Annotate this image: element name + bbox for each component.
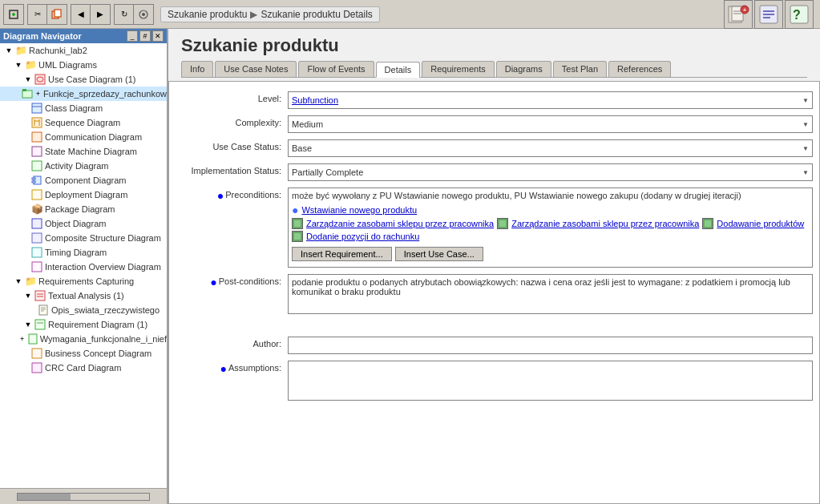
svg-rect-30 bbox=[32, 147, 42, 156]
tree-item-state[interactable]: State Machine Diagram bbox=[0, 144, 167, 159]
svg-rect-53 bbox=[499, 220, 507, 228]
breadcrumb-item-2[interactable]: Szukanie produktu Details bbox=[261, 9, 372, 20]
insert-requirement-btn[interactable]: Insert Requirement... bbox=[292, 247, 392, 261]
precond-link-5[interactable]: Dodanie pozycji do rachunku bbox=[306, 232, 419, 241]
tree-item-uml[interactable]: ▼ 📁 UML Diagrams bbox=[0, 58, 167, 72]
breadcrumb-item-1[interactable]: Szukanie produktu bbox=[168, 9, 247, 20]
tree-interaction-label: Interaction Overview Diagram bbox=[45, 262, 161, 272]
tab-flow-of-events[interactable]: Flow of Events bbox=[298, 61, 374, 77]
precond-link-4[interactable]: Dodawanie produktów bbox=[717, 219, 804, 228]
tree-item-class[interactable]: Class Diagram bbox=[0, 101, 167, 115]
sidebar-content[interactable]: ▼ 📁 Rachunki_lab2 ▼ 📁 UML Diagrams ▼ Use… bbox=[0, 43, 167, 488]
sidebar-minimize-btn[interactable]: _ bbox=[127, 30, 138, 42]
tree-item-sequence[interactable]: Sequence Diagram bbox=[0, 115, 167, 130]
tab-info[interactable]: Info bbox=[181, 61, 213, 77]
tree-item-communication[interactable]: Communication Diagram bbox=[0, 130, 167, 144]
toolbar-btn-forward[interactable]: ▶ bbox=[91, 5, 110, 24]
level-dropdown[interactable]: Subfunction ▼ bbox=[288, 91, 813, 109]
insert-use-case-btn[interactable]: Insert Use Case... bbox=[395, 247, 483, 261]
tree-usecase-expand[interactable]: ▼ bbox=[22, 74, 34, 85]
precond-link-1[interactable]: Wstawianie nowego produktu bbox=[301, 205, 417, 215]
tree-item-package[interactable]: 📦 Package Diagram bbox=[0, 202, 167, 216]
assumptions-content[interactable] bbox=[288, 361, 813, 401]
tab-diagrams[interactable]: Diagrams bbox=[496, 61, 551, 77]
tree-cst-expand[interactable] bbox=[22, 232, 30, 244]
tree-crc-expand[interactable] bbox=[22, 362, 30, 373]
author-input[interactable] bbox=[288, 337, 813, 354]
tree-item-timing[interactable]: Timing Diagram bbox=[0, 245, 167, 260]
tree-item-wymagania[interactable]: + Wymagania_funkcjonalne_i_nief bbox=[0, 332, 167, 346]
use-case-status-dropdown[interactable]: Base ▼ bbox=[288, 139, 813, 157]
sidebar-close-btn[interactable]: ✕ bbox=[152, 30, 164, 42]
tree-reqdiag-label: Requirement Diagram (1) bbox=[48, 320, 147, 329]
complexity-row: Complexity: Medium ▼ bbox=[169, 112, 819, 136]
tree-pkg-expand[interactable] bbox=[22, 204, 30, 215]
tree-item-reqdiag[interactable]: ▼ Requirement Diagram (1) bbox=[0, 317, 167, 332]
postconditions-text: podanie produktu o podanych atrybutach o… bbox=[292, 277, 809, 296]
tree-root-expand[interactable]: ▼ bbox=[3, 45, 14, 56]
toolbar-btn-refresh[interactable]: ↻ bbox=[115, 5, 134, 24]
toolbar-btn-options[interactable] bbox=[134, 5, 153, 24]
postconditions-content[interactable]: podanie produktu o podanych atrybutach o… bbox=[288, 274, 813, 314]
impl-status-dropdown[interactable]: Partially Complete ▼ bbox=[288, 163, 813, 181]
tree-req-expand[interactable]: ▼ bbox=[13, 276, 24, 287]
sidebar-dock-btn[interactable]: # bbox=[139, 30, 151, 42]
class-icon bbox=[30, 102, 43, 115]
toolbar-btn-1[interactable] bbox=[4, 5, 23, 24]
tree-item-interaction[interactable]: Interaction Overview Diagram bbox=[0, 260, 167, 274]
tree-item-business[interactable]: Business Concept Diagram bbox=[0, 346, 167, 361]
object-icon bbox=[30, 217, 43, 230]
tree-act-expand[interactable] bbox=[22, 160, 30, 171]
toolbar-btn-cut[interactable]: ✂ bbox=[28, 5, 47, 24]
package-icon: 📦 bbox=[30, 203, 43, 216]
tree-uml-expand[interactable]: ▼ bbox=[13, 59, 24, 71]
top-icon-btn-3[interactable]: ? bbox=[785, 0, 814, 29]
tree-item-crc[interactable]: CRC Card Diagram bbox=[0, 361, 167, 375]
level-arrow: ▼ bbox=[802, 97, 809, 104]
tree-root[interactable]: ▼ 📁 Rachunki_lab2 bbox=[0, 43, 167, 58]
tree-item-opis[interactable]: Opis_swiata_rzeczywistego bbox=[0, 303, 167, 317]
tree-package-label: Package Diagram bbox=[45, 204, 115, 214]
tree-obj-expand[interactable] bbox=[22, 218, 30, 229]
communication-icon bbox=[30, 131, 43, 143]
tree-requirements-label: Requirements Capturing bbox=[38, 276, 134, 286]
complexity-arrow: ▼ bbox=[802, 121, 809, 128]
tab-requirements[interactable]: Requirements bbox=[422, 61, 494, 77]
precond-link-3[interactable]: Zarządzanie zasobami sklepu przez pracow… bbox=[511, 219, 699, 228]
tree-item-activity[interactable]: Activity Diagram bbox=[0, 159, 167, 173]
tree-dep-expand[interactable] bbox=[22, 189, 30, 200]
complexity-dropdown[interactable]: Medium ▼ bbox=[288, 115, 813, 133]
tree-int-expand[interactable] bbox=[22, 261, 30, 272]
toolbar-btn-copy[interactable] bbox=[47, 5, 67, 24]
tree-item-funkcje[interactable]: + Funkcje_sprzedazy_rachunkow bbox=[0, 87, 167, 101]
author-label: Author: bbox=[176, 337, 288, 349]
tree-item-component[interactable]: Component Diagram bbox=[0, 173, 167, 187]
assumptions-area: ● Assumptions: bbox=[169, 357, 819, 404]
top-icon-btn-2[interactable] bbox=[754, 0, 783, 29]
textual-icon bbox=[34, 289, 46, 302]
tab-use-case-notes[interactable]: Use Case Notes bbox=[215, 61, 297, 77]
tab-test-plan[interactable]: Test Plan bbox=[553, 61, 607, 77]
tab-details[interactable]: Details bbox=[376, 62, 421, 78]
tree-item-deployment[interactable]: Deployment Diagram bbox=[0, 187, 167, 202]
tree-comm-expand[interactable] bbox=[22, 131, 30, 143]
tree-txt-expand[interactable]: ▼ bbox=[22, 290, 34, 301]
tab-references[interactable]: References bbox=[608, 61, 671, 77]
tree-state-expand[interactable] bbox=[22, 146, 30, 157]
tree-timing-expand[interactable] bbox=[22, 247, 30, 258]
precond-link-2[interactable]: Zarządzanie zasobami sklepu przez pracow… bbox=[306, 219, 494, 228]
top-bar: ✂ ◀ ▶ ↻ Szukanie produktu ▶ Szukanie pro… bbox=[0, 0, 820, 29]
tree-item-usecase[interactable]: ▼ Use Case Diagram (1) bbox=[0, 72, 167, 87]
tree-seq-expand[interactable] bbox=[22, 117, 30, 128]
top-icon-btn-1[interactable]: + bbox=[724, 0, 753, 29]
tree-item-composite[interactable]: Composite Structure Diagram bbox=[0, 231, 167, 245]
tree-item-object[interactable]: Object Diagram bbox=[0, 216, 167, 231]
tree-class-expand[interactable] bbox=[22, 103, 30, 114]
tree-item-textual[interactable]: ▼ Textual Analysis (1) bbox=[0, 288, 167, 303]
tree-comp-expand[interactable] bbox=[22, 175, 30, 186]
tree-item-requirements[interactable]: ▼ 📁 Requirements Capturing bbox=[0, 274, 167, 288]
tree-bus-expand[interactable] bbox=[22, 348, 30, 359]
toolbar-btn-back[interactable]: ◀ bbox=[71, 5, 91, 24]
tree-reqd-expand[interactable]: ▼ bbox=[22, 319, 34, 330]
preconditions-content[interactable]: może być wywołany z PU Wstawianie nowego… bbox=[288, 187, 813, 268]
